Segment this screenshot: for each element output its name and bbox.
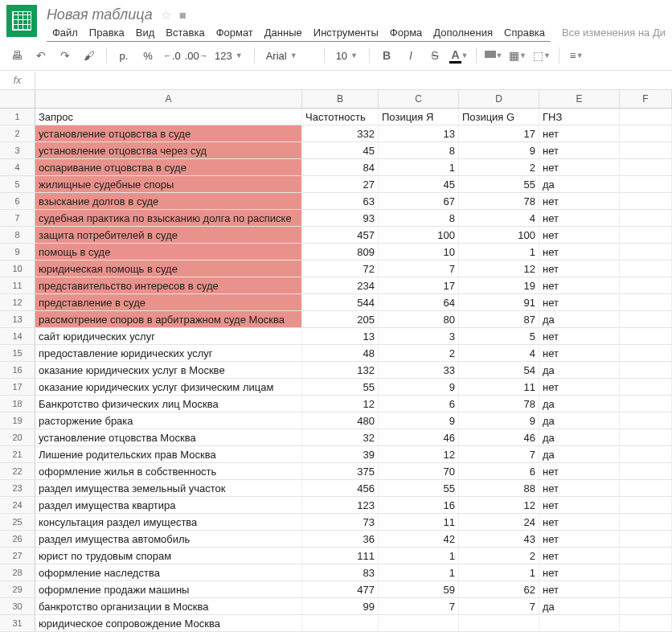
format-percent[interactable]: % — [137, 46, 158, 65]
row-header[interactable]: 14 — [0, 328, 35, 344]
cell-F[interactable] — [620, 396, 672, 412]
cell-E[interactable]: нет — [539, 514, 620, 530]
cell-A[interactable]: жилищные судебные споры — [35, 176, 302, 192]
cell-E[interactable]: да — [539, 176, 620, 192]
cell-B[interactable]: 123 — [302, 497, 379, 513]
cell-B[interactable]: 72 — [302, 261, 379, 277]
row-header[interactable]: 18 — [0, 396, 35, 412]
cell-E[interactable]: нет — [539, 328, 620, 344]
cell-A[interactable]: оказание юридических услуг физическим ли… — [35, 379, 302, 395]
cell-A[interactable]: установление отцовства Москва — [35, 429, 302, 445]
cell-B[interactable]: 477 — [302, 581, 379, 597]
cell-C[interactable]: 45 — [379, 176, 459, 192]
cell-A[interactable]: оспаривание отцовства в суде — [35, 159, 302, 175]
cell-C[interactable]: 33 — [379, 362, 459, 378]
row-header[interactable]: 5 — [0, 176, 35, 192]
cell-E[interactable]: нет — [539, 531, 620, 547]
cell-D[interactable]: 91 — [459, 294, 539, 310]
horizontal-align-button[interactable]: ≡▼ — [566, 46, 587, 65]
cell-B[interactable]: 205 — [302, 311, 379, 327]
cell-D[interactable]: 7 — [459, 446, 539, 462]
more-formats[interactable]: 123▼ — [210, 48, 248, 64]
row-header[interactable]: 12 — [0, 294, 35, 310]
cell-D[interactable]: 9 — [459, 412, 539, 429]
decrease-decimal[interactable]: ←.0 — [162, 46, 182, 65]
cell-A[interactable]: оформление наследства — [35, 564, 302, 581]
cell-A[interactable]: Банкротство физических лиц Москва — [35, 396, 302, 412]
row-header[interactable]: 29 — [0, 581, 35, 597]
row-header[interactable]: 6 — [0, 193, 35, 209]
folder-icon[interactable]: ■ — [179, 8, 186, 22]
cell-F[interactable] — [620, 497, 672, 513]
cell-C[interactable]: 13 — [379, 125, 459, 142]
cell-E[interactable]: да — [539, 446, 620, 462]
cell-E[interactable]: нет — [539, 193, 620, 209]
cell-A[interactable]: консультация раздел имущества — [35, 514, 302, 530]
cell-E[interactable]: ГНЗ — [539, 109, 620, 125]
cell-B[interactable]: 36 — [302, 531, 379, 547]
cell-D[interactable]: 2 — [459, 548, 539, 564]
cell-E[interactable] — [539, 615, 620, 631]
italic-button[interactable]: I — [400, 46, 421, 65]
cell-F[interactable] — [620, 362, 672, 378]
cell-F[interactable] — [620, 125, 672, 142]
row-header[interactable]: 2 — [0, 125, 35, 142]
cell-C[interactable]: 67 — [379, 193, 459, 209]
cell-E[interactable]: нет — [539, 497, 620, 513]
cell-E[interactable]: нет — [539, 125, 620, 142]
redo-icon[interactable]: ↷ — [55, 46, 76, 65]
cell-F[interactable] — [620, 193, 672, 209]
cell-D[interactable]: 87 — [459, 311, 539, 327]
cell-D[interactable]: 17 — [459, 125, 539, 142]
cell-C[interactable]: 100 — [379, 227, 459, 243]
cell-D[interactable]: 9 — [459, 142, 539, 158]
cell-F[interactable] — [620, 379, 672, 395]
cell-F[interactable] — [620, 446, 672, 462]
cell-F[interactable] — [620, 531, 672, 547]
cell-B[interactable]: 12 — [302, 396, 379, 412]
cell-A[interactable]: предоставление юридических услуг — [35, 345, 302, 361]
cell-E[interactable]: нет — [539, 277, 620, 293]
row-header[interactable]: 4 — [0, 159, 35, 175]
cell-F[interactable] — [620, 159, 672, 175]
doc-title[interactable]: Новая таблица — [47, 6, 153, 23]
row-header[interactable]: 1 — [0, 109, 35, 125]
cell-F[interactable] — [620, 311, 672, 327]
cell-C[interactable]: 8 — [379, 210, 459, 226]
increase-decimal[interactable]: .00→ — [186, 46, 207, 65]
cell-A[interactable]: защита потребителей в суде — [35, 227, 302, 243]
menu-правка[interactable]: Правка — [84, 24, 130, 42]
cell-D[interactable]: 4 — [459, 345, 539, 361]
cell-D[interactable]: 12 — [459, 497, 539, 513]
cell-F[interactable] — [620, 294, 672, 310]
cell-F[interactable] — [620, 564, 672, 581]
cell-A[interactable]: судебная практика по взысканию долга по … — [35, 210, 302, 226]
cell-D[interactable]: 2 — [459, 159, 539, 175]
cell-D[interactable]: 46 — [459, 429, 539, 445]
row-header[interactable]: 7 — [0, 210, 35, 226]
row-header[interactable]: 23 — [0, 480, 35, 496]
cell-E[interactable]: да — [539, 396, 620, 412]
cell-A[interactable]: помощь в суде — [35, 244, 302, 260]
cell-D[interactable]: 24 — [459, 514, 539, 530]
column-header-C[interactable]: C — [379, 90, 459, 108]
cell-B[interactable]: 63 — [302, 193, 379, 209]
cell-E[interactable]: да — [539, 362, 620, 378]
cell-C[interactable]: 2 — [379, 345, 459, 361]
cell-B[interactable]: 93 — [302, 210, 379, 226]
fill-color-button[interactable]: ▼ — [483, 46, 504, 65]
cell-F[interactable] — [620, 615, 672, 631]
cell-B[interactable]: 457 — [302, 227, 379, 243]
cell-C[interactable]: 3 — [379, 328, 459, 344]
formula-input[interactable] — [35, 78, 672, 83]
cell-C[interactable]: 80 — [379, 311, 459, 327]
cell-C[interactable]: 16 — [379, 497, 459, 513]
cell-B[interactable]: 234 — [302, 277, 379, 293]
borders-button[interactable]: ▦▼ — [507, 46, 528, 65]
cell-B[interactable]: 45 — [302, 142, 379, 158]
print-icon[interactable]: 🖶 — [6, 46, 27, 65]
cell-D[interactable]: 62 — [459, 581, 539, 597]
cell-E[interactable]: нет — [539, 564, 620, 581]
cell-A[interactable]: оформление жилья в собственность — [35, 463, 302, 479]
cell-C[interactable]: 17 — [379, 277, 459, 293]
